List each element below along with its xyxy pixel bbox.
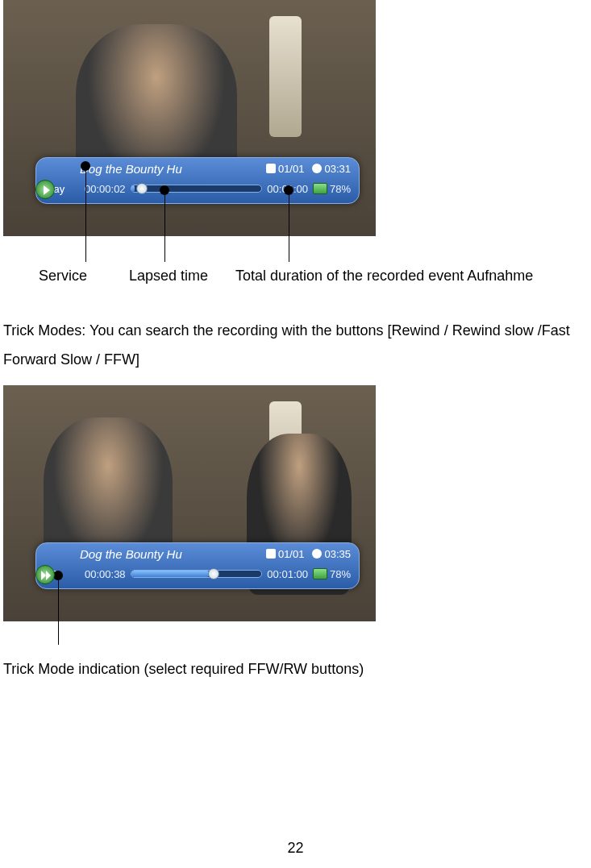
recording-clock: 03:35 <box>312 548 351 560</box>
callout-dot-total <box>284 185 293 195</box>
clock-icon <box>312 549 322 559</box>
progress-track[interactable] <box>131 185 263 193</box>
recording-title: Dog the Bounty Hu <box>80 547 258 561</box>
callout-dot-service <box>81 161 90 171</box>
progress-track[interactable] <box>131 570 263 578</box>
callout-label-service: Service <box>39 268 87 284</box>
trick-mode-indication-label: Trick Mode indication (select required F… <box>3 654 588 683</box>
recording-clock: 03:31 <box>312 163 351 175</box>
callout-dot-lapsed <box>160 185 169 195</box>
disk-usage: 78% <box>313 568 351 580</box>
disk-icon <box>313 568 327 579</box>
date-text: 01/01 <box>278 163 305 175</box>
page-number: 22 <box>0 840 591 857</box>
pvr-playback-screenshot: Dog the Bounty Hu 01/01 03:31 Play 00:00… <box>3 0 376 236</box>
disk-usage: 78% <box>313 183 351 195</box>
playback-info-bar: Dog the Bounty Hu 01/01 03:35 X8 00:00:3… <box>35 542 360 589</box>
elapsed-time: 00:00:38 <box>85 568 126 580</box>
progress-knob[interactable] <box>136 183 148 194</box>
progress-fill <box>131 571 210 577</box>
play-icon <box>35 180 55 199</box>
dreamcatcher-decor <box>269 16 302 137</box>
date-text: 01/01 <box>278 548 305 560</box>
total-time: 00:01:00 <box>267 568 308 580</box>
callout-line-lapsed <box>164 195 165 262</box>
clock-icon <box>312 164 322 173</box>
fast-forward-icon <box>35 565 55 584</box>
progress-fill <box>131 185 135 192</box>
calendar-icon <box>266 549 276 559</box>
trick-modes-paragraph: Trick Modes: You can search the recordin… <box>3 316 588 374</box>
callout-line-service <box>85 171 86 262</box>
disk-percent: 78% <box>330 568 351 580</box>
clock-text: 03:31 <box>324 163 351 175</box>
calendar-icon <box>266 164 276 173</box>
callout-label-lapsed: Lapsed time <box>129 268 208 284</box>
recording-title: Dog the Bounty Hu <box>80 162 258 176</box>
recording-date: 01/01 <box>266 548 305 560</box>
progress-knob[interactable] <box>208 568 219 579</box>
recording-date: 01/01 <box>266 163 305 175</box>
disk-icon <box>313 183 327 194</box>
callout-line-trick <box>58 580 59 645</box>
pvr-trick-mode-screenshot: Dog the Bounty Hu 01/01 03:35 X8 00:00:3… <box>3 385 376 621</box>
clock-text: 03:35 <box>324 548 351 560</box>
callout-label-total: Total duration of the recorded event Auf… <box>235 268 588 284</box>
elapsed-time: 00:00:02 <box>85 183 126 195</box>
callout-line-total <box>289 195 289 262</box>
disk-percent: 78% <box>330 183 351 195</box>
